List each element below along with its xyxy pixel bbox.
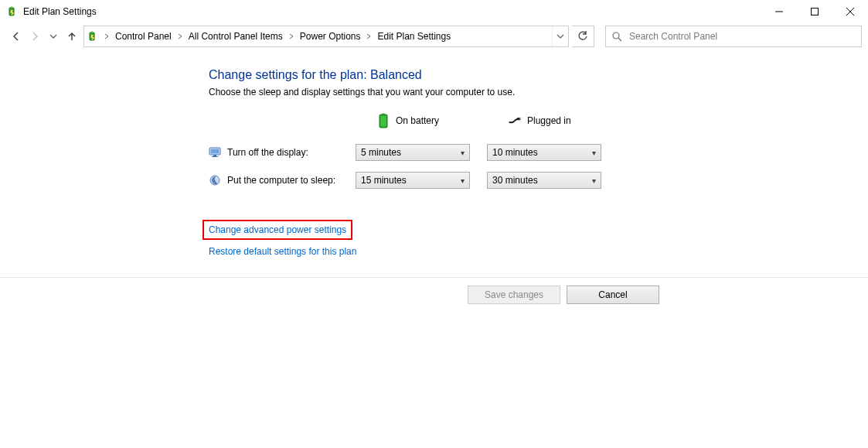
refresh-button[interactable] [572,26,594,47]
chevron-down-icon: ▾ [592,149,596,157]
address-bar[interactable]: Control Panel All Control Panel Items Po… [83,26,569,47]
chevron-down-icon: ▾ [461,149,465,157]
change-advanced-link[interactable]: Change advanced power settings [209,224,346,235]
chevron-right-icon[interactable] [363,26,374,46]
breadcrumb-item[interactable]: All Control Panel Items [186,26,286,46]
chevron-right-icon[interactable] [101,26,112,46]
breadcrumb-item[interactable]: Control Panel [112,26,175,46]
highlight-annotation: Change advanced power settings [203,220,352,240]
select-value: 10 minutes [492,147,538,158]
row-label-text: Put the computer to sleep: [227,175,335,186]
page-heading: Change settings for the plan: Balanced [209,68,868,82]
up-button[interactable] [63,28,80,45]
content: Change settings for the plan: Balanced C… [0,50,868,265]
row-display-label: Turn off the display: [209,146,348,159]
save-button: Save changes [468,286,560,304]
breadcrumb-item[interactable]: Power Options [297,26,364,46]
display-plugged-select[interactable]: 10 minutes ▾ [487,144,601,161]
search-box[interactable] [605,26,862,47]
search-input[interactable] [628,30,861,43]
column-label: On battery [396,115,439,126]
action-links: Change advanced power settings Restore d… [209,220,868,265]
settings-grid: On battery Plugged in Turn [209,108,868,189]
column-header-battery: On battery [356,108,479,133]
restore-defaults-link[interactable]: Restore default settings for this plan [209,246,356,257]
select-value: 5 minutes [361,147,401,158]
svg-rect-9 [517,118,519,120]
search-icon [606,31,628,42]
plug-icon [509,115,521,127]
chevron-right-icon[interactable] [286,26,297,46]
address-dropdown-button[interactable] [552,26,568,46]
recent-locations-button[interactable] [45,28,62,45]
page-subheading: Choose the sleep and display settings th… [209,87,868,97]
chevron-right-icon[interactable] [175,26,186,46]
cancel-button[interactable]: Cancel [567,286,659,304]
svg-rect-2 [812,9,819,15]
maximize-button[interactable] [797,0,832,23]
svg-point-5 [613,32,619,39]
breadcrumb: Control Panel All Control Panel Items Po… [112,26,552,46]
column-header-plugged: Plugged in [487,108,611,133]
select-value: 15 minutes [361,175,407,186]
titlebar: Edit Plan Settings [0,0,868,23]
back-button[interactable] [8,28,25,45]
toolbar: Control Panel All Control Panel Items Po… [0,23,868,50]
close-button[interactable] [832,0,868,23]
select-value: 30 minutes [492,175,538,186]
power-options-icon [6,5,19,18]
row-sleep-label: Put the computer to sleep: [209,174,348,186]
row-label-text: Turn off the display: [227,147,308,158]
display-battery-select[interactable]: 5 minutes ▾ [356,144,470,161]
power-options-icon [84,26,101,46]
battery-icon [377,115,390,127]
svg-rect-4 [91,32,93,33]
svg-rect-12 [213,155,216,156]
footer: Save changes Cancel [0,277,868,312]
sleep-battery-select[interactable]: 15 minutes ▾ [356,172,470,189]
monitor-icon [209,146,221,159]
svg-rect-8 [381,116,386,127]
chevron-down-icon: ▾ [592,176,596,185]
breadcrumb-item[interactable]: Edit Plan Settings [374,26,454,46]
window-title: Edit Plan Settings [23,6,97,17]
svg-rect-11 [211,149,220,154]
svg-rect-13 [212,156,218,157]
chevron-down-icon: ▾ [461,176,465,185]
column-label: Plugged in [527,115,571,126]
moon-icon [209,174,221,186]
sleep-plugged-select[interactable]: 30 minutes ▾ [487,172,601,189]
forward-button[interactable] [26,28,43,45]
svg-rect-1 [11,7,12,9]
minimize-button[interactable] [761,0,797,23]
